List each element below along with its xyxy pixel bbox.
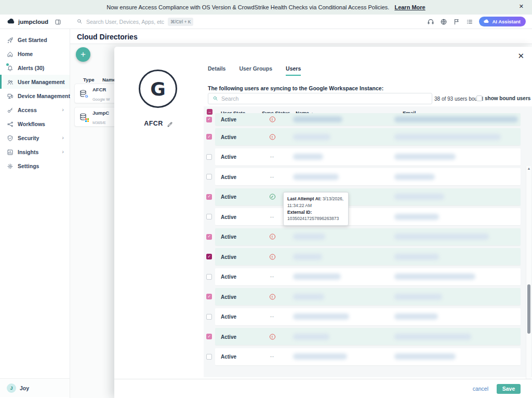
user-state: Active [221,274,236,280]
table-row[interactable]: Active -- [215,208,521,225]
google-workspace-logo: G [139,70,177,108]
redacted-email [394,154,456,160]
global-search[interactable]: ⌘/Ctrl + K [76,17,193,26]
sidebar-item-access[interactable]: Access › [0,103,70,117]
user-state: Active [221,354,236,360]
scroll-up-icon[interactable]: ▲ [526,167,531,170]
sidebar-item-workflows[interactable]: Workflows [0,117,70,131]
flag-icon[interactable] [453,18,460,25]
globe-icon[interactable] [440,18,447,25]
global-search-input[interactable] [86,19,164,25]
sidebar: Get Started Home Alerts (30) User Manage… [0,29,70,398]
tasks-icon[interactable] [466,18,473,25]
redacted-name [293,353,347,360]
tab-details[interactable]: Details [208,65,225,76]
table-row[interactable]: Active -- [215,148,521,166]
row-checkbox[interactable]: ✓ [206,334,212,339]
row-checkbox[interactable] [206,354,212,360]
row-checkbox[interactable]: ✓ [206,194,212,200]
table-row[interactable]: Active -- [215,308,521,325]
drawer-tabs: DetailsUser GroupsUsers [208,65,301,76]
jumpcloud-logo[interactable]: jumpcloud [0,17,55,26]
show-bound-checkbox[interactable] [476,95,482,101]
sidebar-item-user-management[interactable]: User Management › [0,75,70,89]
sync-ok-icon[interactable]: ✓ [270,194,275,200]
table-row[interactable]: Active ! [215,328,521,345]
table-row[interactable]: Active ! [215,128,521,145]
google-directory-icon: G [79,89,87,98]
row-checkbox[interactable] [206,174,212,180]
redacted-email [394,214,439,220]
sidebar-item-security[interactable]: Security › [0,131,70,145]
app-frame: Now ensure Access Compliance with OS Ver… [0,0,532,398]
chevron-right-icon: › [62,93,64,99]
user-account[interactable]: J Joy [0,378,70,397]
sidebar-item-home[interactable]: Home [0,47,70,61]
edit-name-icon[interactable] [167,120,173,127]
table-row[interactable]: Active -- [215,268,521,285]
sync-error-icon: ! [270,334,275,339]
cancel-button[interactable]: cancel [473,386,488,392]
tab-users[interactable]: Users [286,65,301,76]
sidebar-item-device-management[interactable]: Device Management › [0,89,70,103]
row-checkbox[interactable] [206,154,212,160]
user-state: Active [221,294,236,299]
workflow-icon [7,120,14,127]
table-row[interactable]: Active -- [215,168,521,185]
redacted-email [394,116,518,122]
collapse-sidebar-icon[interactable] [55,18,62,25]
support-icon[interactable] [427,18,434,25]
redacted-name [293,254,322,260]
user-search[interactable] [208,93,432,104]
learn-more-link[interactable]: Learn More [394,4,425,10]
gear-icon [7,162,14,169]
sync-error-icon: ! [270,234,275,240]
sidebar-item-alerts[interactable]: Alerts (30) [0,61,70,75]
row-checkbox[interactable]: ✓ [206,254,212,259]
redacted-email [394,353,456,360]
rocket-icon [7,36,14,43]
show-bound-users-toggle[interactable]: show bound users (38) [476,95,532,101]
tab-user-groups[interactable]: User Groups [239,65,272,76]
table-row[interactable]: Active -- [215,348,521,365]
sidebar-item-get-started[interactable]: Get Started [0,33,70,47]
row-checkbox[interactable] [206,314,212,320]
sync-none-indicator: -- [270,274,274,279]
avatar: J [7,383,16,393]
user-state: Active [221,194,236,200]
select-all-checkbox[interactable]: – [207,109,212,115]
row-checkbox[interactable] [206,274,212,280]
table-row[interactable]: Active ! [215,113,521,126]
user-name: Joy [20,385,29,391]
ai-assistant-button[interactable]: AI Assistant [479,17,526,26]
bound-users-summary: 38 of 93 users bound [434,96,483,102]
save-button[interactable]: Save [497,384,521,394]
row-checkbox[interactable]: ✓ [206,234,212,240]
drawer-close-icon[interactable]: ✕ [517,51,524,61]
redacted-name [293,273,341,280]
table-row[interactable]: Active ! [215,228,521,245]
sidebar-item-insights[interactable]: Insights › [0,145,70,159]
table-row[interactable]: Active ! [215,288,521,305]
row-checkbox[interactable] [206,214,212,219]
banner-close-icon[interactable]: ✕ [519,3,524,10]
redacted-email [394,294,442,300]
table-row[interactable]: Active ✓ [215,188,521,205]
row-checkbox[interactable]: ✓ [206,294,212,299]
user-state: Active [221,214,236,219]
add-directory-button[interactable]: + [76,47,90,62]
sidebar-item-settings[interactable]: Settings [0,159,70,173]
user-state: Active [221,174,236,180]
sync-none-indicator: -- [270,314,274,319]
user-state: Active [221,334,236,339]
microsoft-directory-icon [79,113,87,121]
scrollbar-thumb[interactable] [527,284,530,334]
sync-none-indicator: -- [270,354,274,359]
device-icon [7,92,14,99]
user-search-input[interactable] [221,95,432,102]
table-scrollbar[interactable]: ▲ ▼ [526,166,531,398]
row-checkbox[interactable]: ✓ [206,117,212,122]
table-row[interactable]: Active ! [215,248,521,265]
row-checkbox[interactable]: ✓ [206,134,212,140]
sync-error-icon: ! [270,294,275,299]
